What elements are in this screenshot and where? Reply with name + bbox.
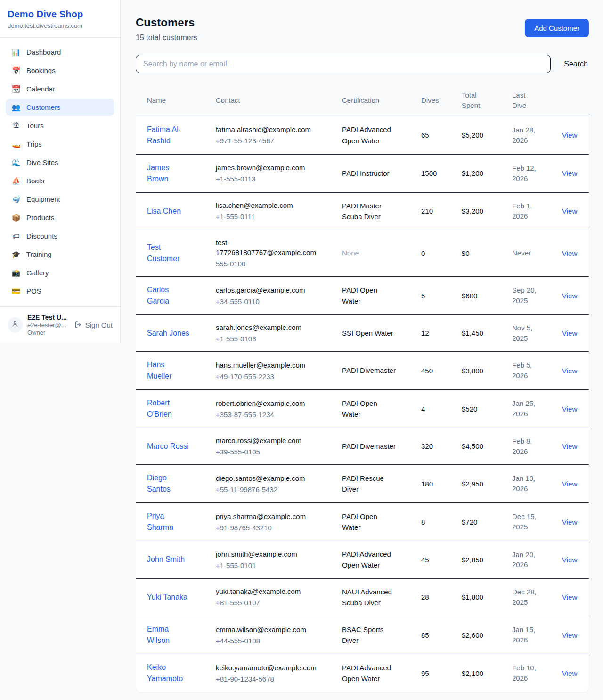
tear-off-calendar-icon: 📆 <box>11 85 21 92</box>
customer-name-link[interactable]: Carlos Garcia <box>147 284 189 307</box>
avatar <box>8 317 23 332</box>
table-row: Robert O'Brien robert.obrien@example.com… <box>136 390 589 428</box>
view-link[interactable]: View <box>562 207 577 215</box>
customer-last-dive: Jan 15, 2026 <box>512 625 542 645</box>
shop-name: Demo Dive Shop <box>8 9 113 20</box>
search-button[interactable]: Search <box>563 60 589 68</box>
view-link[interactable]: View <box>562 405 577 413</box>
customer-name-link[interactable]: Fatima Al-Rashid <box>147 124 189 147</box>
sidebar-header: Demo Dive Shop demo.test.divestreams.com <box>0 0 120 38</box>
sidebar-item-training[interactable]: 🎓 Training <box>6 246 114 263</box>
sign-out-button[interactable]: Sign Out <box>74 321 113 329</box>
sidebar: Demo Dive Shop demo.test.divestreams.com… <box>0 0 121 343</box>
column-header-certification: Certification <box>342 85 421 116</box>
customer-name-link[interactable]: James Brown <box>147 162 189 185</box>
customer-certification: PADI Open Water <box>342 511 398 533</box>
customer-phone: +39-555-0105 <box>216 447 338 457</box>
view-link[interactable]: View <box>562 669 577 677</box>
customer-name-link[interactable]: John Smith <box>147 554 189 565</box>
customer-dives: 4 <box>421 390 462 428</box>
sidebar-item-discounts[interactable]: 🏷 Discounts <box>6 227 114 245</box>
view-link[interactable]: View <box>562 169 577 177</box>
customer-total-spent: $4,500 <box>462 428 512 465</box>
view-link[interactable]: View <box>562 249 577 257</box>
credit-card-icon: 💳 <box>11 288 21 295</box>
table-row: Lisa Chen lisa.chen@example.com +1-555-0… <box>136 192 589 230</box>
table-row: Hans Mueller hans.mueller@example.com +4… <box>136 352 589 390</box>
customer-certification: PADI Rescue Diver <box>342 473 398 495</box>
view-link[interactable]: View <box>562 442 577 450</box>
wave-icon: 🌊 <box>11 159 21 166</box>
speedboat-icon: 🚤 <box>11 140 21 148</box>
customer-name-link[interactable]: Yuki Tanaka <box>147 592 189 603</box>
customer-phone: +1-555-0103 <box>216 334 338 344</box>
sidebar-item-customers[interactable]: 👥 Customers <box>6 99 114 116</box>
customer-name-link[interactable]: Lisa Chen <box>147 206 189 217</box>
sidebar-item-products[interactable]: 📦 Products <box>6 209 114 226</box>
customer-total-spent: $0 <box>462 230 512 277</box>
customer-name-link[interactable]: Hans Mueller <box>147 359 189 382</box>
customer-name-link[interactable]: Keiko Yamamoto <box>147 662 189 684</box>
sidebar-item-tours[interactable]: 🏝 Tours <box>6 117 114 134</box>
view-link[interactable]: View <box>562 556 577 564</box>
view-link[interactable]: View <box>562 329 577 337</box>
table-row: James Brown james.brown@example.com +1-5… <box>136 154 589 192</box>
sidebar-item-dive-sites[interactable]: 🌊 Dive Sites <box>6 154 114 171</box>
customer-certification: PADI Advanced Open Water <box>342 662 398 684</box>
view-link[interactable]: View <box>562 367 577 375</box>
customer-name-link[interactable]: Priya Sharma <box>147 511 189 533</box>
search-input[interactable] <box>136 55 551 73</box>
customer-email: robert.obrien@example.com <box>216 398 317 408</box>
view-link[interactable]: View <box>562 631 577 639</box>
customer-name-link[interactable]: Sarah Jones <box>147 328 189 339</box>
customer-certification: BSAC Sports Diver <box>342 624 398 646</box>
customer-dives: 450 <box>421 352 462 390</box>
customer-phone: +34-555-0110 <box>216 296 338 306</box>
sidebar-item-trips[interactable]: 🚤 Trips <box>6 135 114 153</box>
customer-total-spent: $2,100 <box>462 654 512 692</box>
sidebar-item-calendar[interactable]: 📆 Calendar <box>6 80 114 98</box>
table-row: Marco Rossi marco.rossi@example.com +39-… <box>136 428 589 465</box>
sidebar-item-bookings[interactable]: 📅 Bookings <box>6 62 114 79</box>
customer-name-link[interactable]: Test Customer <box>147 242 189 264</box>
sidebar-item-dashboard[interactable]: 📊 Dashboard <box>6 43 114 61</box>
customer-last-dive: Dec 15, 2025 <box>512 511 542 532</box>
customer-email: test-1772681807767@example.com <box>216 238 317 257</box>
add-customer-button[interactable]: Add Customer <box>525 19 589 37</box>
sidebar-nav: 📊 Dashboard 📅 Bookings 📆 Calendar 👥 Cust… <box>0 38 120 306</box>
customer-name-link[interactable]: Robert O'Brien <box>147 397 189 420</box>
customer-total-spent: $2,950 <box>462 465 512 503</box>
view-link[interactable]: View <box>562 292 577 300</box>
view-link[interactable]: View <box>562 518 577 526</box>
customer-total-spent: $2,850 <box>462 541 512 579</box>
column-header-total-spent: Total Spent <box>462 85 512 116</box>
customer-phone: +353-87-555-1234 <box>216 410 338 420</box>
view-link[interactable]: View <box>562 131 577 139</box>
column-header-name: Name <box>136 85 216 116</box>
customer-phone: 555-0100 <box>216 259 338 269</box>
customer-total-spent: $1,450 <box>462 315 512 352</box>
app-root: Demo Dive Shop demo.test.divestreams.com… <box>0 0 603 700</box>
customer-name-link[interactable]: Marco Rossi <box>147 441 189 452</box>
customer-total-spent: $720 <box>462 503 512 541</box>
sidebar-item-pos[interactable]: 💳 POS <box>6 282 114 300</box>
customer-name-link[interactable]: Diego Santos <box>147 472 189 495</box>
customer-certification: PADI Divemaster <box>342 365 398 376</box>
view-link[interactable]: View <box>562 480 577 488</box>
customer-certification: PADI Divemaster <box>342 441 398 452</box>
sidebar-item-boats[interactable]: ⛵ Boats <box>6 172 114 189</box>
table-row: Sarah Jones sarah.jones@example.com +1-5… <box>136 315 589 352</box>
customer-certification: NAUI Advanced Scuba Diver <box>342 586 398 609</box>
customer-email: james.brown@example.com <box>216 163 317 173</box>
customer-name-link[interactable]: Emma Wilson <box>147 624 189 646</box>
customer-certification: PADI Open Water <box>342 285 398 307</box>
customer-certification: PADI Master Scuba Diver <box>342 200 398 222</box>
customer-email: sarah.jones@example.com <box>216 322 317 332</box>
customer-phone: +971-55-123-4567 <box>216 136 338 146</box>
sidebar-item-equipment[interactable]: 🤿 Equipment <box>6 190 114 208</box>
view-link[interactable]: View <box>562 593 577 601</box>
page-header: Customers 15 total customers Add Custome… <box>136 16 589 42</box>
tag-icon: 🏷 <box>11 232 21 239</box>
sidebar-item-gallery[interactable]: 📸 Gallery <box>6 264 114 281</box>
customer-dives: 210 <box>421 192 462 230</box>
